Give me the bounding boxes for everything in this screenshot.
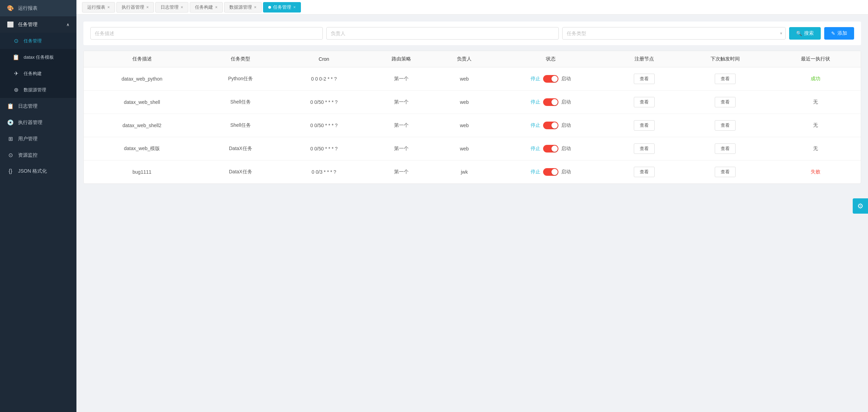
user-mgmt-icon: ⊞ [7, 135, 14, 142]
sidebar-item-report[interactable]: 🎨 运行报表 [0, 0, 76, 16]
tab-datasource[interactable]: 数据源管理 × [224, 2, 262, 13]
next-trigger-view-btn[interactable]: 查看 [715, 97, 736, 107]
table-row: datax_web_python Python任务 0 0 0-2 * * ? … [84, 67, 861, 91]
reg-node-view-btn[interactable]: 查看 [634, 143, 655, 154]
status-toggle[interactable] [543, 168, 558, 176]
cell-route: 第一个 [367, 137, 435, 160]
close-icon[interactable]: × [181, 5, 183, 10]
cell-cron: 0 0 0-2 * * ? [281, 67, 367, 91]
close-icon[interactable]: × [146, 5, 149, 10]
cell-route: 第一个 [367, 67, 435, 91]
cell-status: 停止 启动 [493, 160, 608, 184]
cell-last-status: 无 [770, 91, 861, 114]
sidebar-item-task-build[interactable]: ✈ 任务构建 [0, 65, 76, 82]
search-icon: 🔍 [796, 31, 802, 36]
col-header-next-trigger: 下次触发时间 [680, 51, 770, 67]
datasource-icon: ⊛ [13, 86, 19, 93]
cell-route: 第一个 [367, 114, 435, 137]
reg-node-view-btn[interactable]: 查看 [634, 97, 655, 107]
sidebar-item-task-manage[interactable]: ⊙ 任务管理 [0, 33, 76, 49]
task-type-select-wrapper: 任务类型 ▾ [562, 27, 786, 40]
close-icon[interactable]: × [254, 5, 256, 10]
status-toggle[interactable] [543, 145, 558, 153]
sidebar-item-task-mgmt[interactable]: ⬜ 任务管理 ∧ [0, 16, 76, 33]
start-label: 启动 [561, 76, 571, 82]
start-label: 启动 [561, 169, 571, 175]
task-mgmt-submenu: ⊙ 任务管理 📋 datax 任务模板 ✈ 任务构建 ⊛ 数据源管理 [0, 33, 76, 98]
stop-button[interactable]: 停止 [531, 122, 540, 129]
cell-next-trigger: 查看 [680, 67, 770, 91]
sidebar-item-json-format[interactable]: {} JSON 格式化 [0, 163, 76, 179]
owner-input[interactable] [326, 27, 559, 40]
tab-report[interactable]: 运行报表 × [82, 2, 115, 13]
task-table: 任务描述 任务类型 Cron 路由策略 负责人 状态 注册节点 下次触发时间 最… [83, 51, 861, 184]
cell-owner: web [435, 91, 493, 114]
col-header-reg-node: 注册节点 [608, 51, 680, 67]
next-trigger-view-btn[interactable]: 查看 [715, 143, 736, 154]
cell-cron: 0 0/50 * * * ? [281, 91, 367, 114]
stop-button[interactable]: 停止 [531, 146, 540, 152]
search-button[interactable]: 🔍 搜索 [789, 27, 821, 40]
col-header-owner: 负责人 [435, 51, 493, 67]
tab-executor[interactable]: 执行器管理 × [116, 2, 154, 13]
cell-owner: web [435, 67, 493, 91]
stop-button[interactable]: 停止 [531, 76, 540, 82]
close-icon[interactable]: × [215, 5, 218, 10]
cell-cron: 0 0/3 * * * ? [281, 160, 367, 184]
stop-button[interactable]: 停止 [531, 169, 540, 175]
sidebar-item-resource-monitor[interactable]: ⊙ 资源监控 [0, 147, 76, 163]
search-btn-label: 搜索 [804, 30, 814, 36]
cell-owner: jwk [435, 160, 493, 184]
task-type-select[interactable]: 任务类型 [562, 27, 786, 40]
cell-type: DataX任务 [200, 137, 281, 160]
cell-desc: bug1111 [84, 160, 200, 184]
cell-last-status: 无 [770, 137, 861, 160]
tab-label: 日志管理 [161, 4, 179, 10]
sidebar-item-datasource[interactable]: ⊛ 数据源管理 [0, 82, 76, 98]
cell-status: 停止 启动 [493, 67, 608, 91]
active-dot [268, 6, 271, 9]
start-label: 启动 [561, 146, 571, 152]
sidebar: 🎨 运行报表 ⬜ 任务管理 ∧ ⊙ 任务管理 📋 datax 任务模板 ✈ 任务… [0, 0, 76, 412]
cell-type: Shell任务 [200, 114, 281, 137]
col-header-status: 状态 [493, 51, 608, 67]
cell-owner: web [435, 137, 493, 160]
cell-route: 第一个 [367, 160, 435, 184]
close-icon[interactable]: × [293, 5, 296, 10]
next-trigger-view-btn[interactable]: 查看 [715, 167, 736, 177]
task-desc-input[interactable] [90, 27, 323, 40]
report-icon: 🎨 [7, 5, 14, 11]
cell-desc: datax_web_python [84, 67, 200, 91]
sidebar-item-executor-mgmt[interactable]: 💿 执行器管理 [0, 114, 76, 131]
content-area: 任务类型 ▾ 🔍 搜索 ✎ 添加 任务描述 任务类型 Cron [76, 15, 868, 412]
gear-float-button[interactable]: ⚙ [853, 198, 868, 214]
datax-template-icon: 📋 [13, 54, 19, 60]
reg-node-view-btn[interactable]: 查看 [634, 167, 655, 177]
tabs-bar: 运行报表 × 执行器管理 × 日志管理 × 任务构建 × 数据源管理 × 任务管… [76, 0, 868, 15]
reg-node-view-btn[interactable]: 查看 [634, 120, 655, 131]
cell-route: 第一个 [367, 91, 435, 114]
status-toggle[interactable] [543, 98, 558, 106]
status-toggle[interactable] [543, 75, 558, 83]
tab-task-mgmt[interactable]: 任务管理 × [263, 2, 301, 13]
close-icon[interactable]: × [107, 5, 110, 10]
sidebar-item-datax-template[interactable]: 📋 datax 任务模板 [0, 49, 76, 65]
table-row: bug1111 DataX任务 0 0/3 * * * ? 第一个 jwk 停止… [84, 160, 861, 184]
sidebar-item-user-mgmt[interactable]: ⊞ 用户管理 [0, 131, 76, 147]
next-trigger-view-btn[interactable]: 查看 [715, 74, 736, 84]
tab-task-build[interactable]: 任务构建 × [190, 2, 223, 13]
next-trigger-view-btn[interactable]: 查看 [715, 120, 736, 131]
cell-status: 停止 启动 [493, 137, 608, 160]
table-row: datax_web_shell2 Shell任务 0 0/50 * * * ? … [84, 114, 861, 137]
task-build-icon: ✈ [13, 70, 19, 77]
reg-node-view-btn[interactable]: 查看 [634, 74, 655, 84]
executor-icon: 💿 [7, 119, 14, 126]
cell-last-status: 失败 [770, 160, 861, 184]
cell-last-status: 成功 [770, 67, 861, 91]
tab-log[interactable]: 日志管理 × [155, 2, 188, 13]
add-button[interactable]: ✎ 添加 [824, 27, 854, 40]
tab-label: 运行报表 [87, 4, 105, 10]
sidebar-item-log-mgmt[interactable]: 📋 日志管理 [0, 98, 76, 114]
status-toggle[interactable] [543, 122, 558, 129]
stop-button[interactable]: 停止 [531, 99, 540, 105]
